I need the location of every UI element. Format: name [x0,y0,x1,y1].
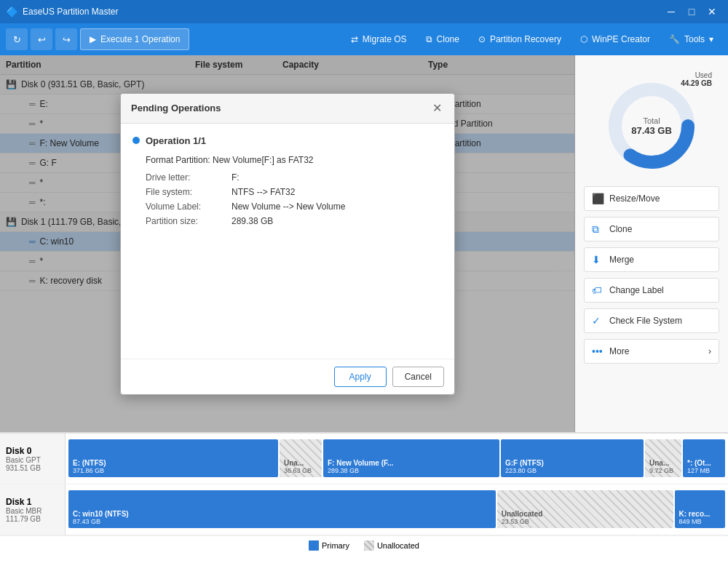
apply-button[interactable]: Apply [334,367,387,387]
change-label-button[interactable]: 🏷 Change Label [584,278,719,303]
donut-center-label: Total 87.43 GB [631,116,672,136]
disk-partition-block[interactable]: Una... 9.72 GB [645,439,681,477]
part-name: E: (NTFS) [73,459,106,467]
part-size: 371.86 GB [73,467,104,474]
modal-title: Pending Operations [131,103,221,113]
clone-action-icon: ⧉ [592,223,604,235]
clone-action-label: Clone [609,224,632,234]
more-left: ••• More [592,346,629,357]
part-name: Una... [284,459,304,467]
legend-unallocated-color [364,540,374,551]
resize-move-button[interactable]: ⬛ Resize/Move [584,186,719,211]
more-button[interactable]: ••• More › [584,339,719,364]
disk0-label: Disk 0 Basic GPT 931.51 GB [0,434,66,484]
operation-dot [132,137,140,144]
pending-operations-modal: Pending Operations ✕ Operation 1/1 Forma… [120,93,455,395]
undo-button[interactable]: ↩ [31,28,52,50]
disk1-name-label: Disk 1 [6,497,59,507]
title-bar-controls: ─ □ ✕ [661,0,722,23]
disk-partition-block[interactable]: *: (Ot... 127 MB [683,439,725,477]
modal-footer: Apply Cancel [121,359,454,394]
redo-button[interactable]: ↪ [55,28,77,50]
migrate-os-button[interactable]: ⇄ Migrate OS [342,28,416,50]
detail-label-volume: Volume Label: [146,201,226,212]
maximize-button[interactable]: □ [681,0,702,23]
part-name: F: New Volume (F... [328,459,393,467]
app-title: EaseUS Partition Master [23,7,118,17]
resize-move-label: Resize/Move [609,193,660,204]
clone-button[interactable]: ⧉ Clone [417,28,468,50]
disk-partition-block[interactable]: K: reco... 849 MB [675,490,725,528]
modal-body: Operation 1/1 Format Partition: New Volu… [121,124,454,242]
operation-desc: Format Partition: New Volume[F:] as FAT3… [146,155,443,165]
app-icon: 🔷 [6,6,18,17]
partition-recovery-button[interactable]: ⊙ Partition Recovery [470,28,570,50]
disk0-row: Disk 0 Basic GPT 931.51 GB E: (NTFS) 371… [0,434,728,484]
disk-partition-block[interactable]: Una... 36.63 GB [280,439,322,477]
total-label: Total [631,116,672,125]
more-label: More [609,346,629,356]
partition-recovery-icon: ⊙ [478,34,486,44]
part-size: 289.38 GB [328,467,359,474]
disk1-row: Disk 1 Basic MBR 111.79 GB C: win10 (NTF… [0,484,728,535]
detail-row-fs: File system: NTFS --> FAT32 [146,187,443,197]
merge-button[interactable]: ⬇ Merge [584,247,719,272]
detail-value-volume: New Volume --> New Volume [232,201,345,212]
check-fs-label: Check File System [609,316,682,326]
legend-primary-color [309,540,319,551]
change-label-label: Change Label [609,285,664,295]
toolbar-right: ⇄ Migrate OS ⧉ Clone ⊙ Partition Recover… [342,28,722,50]
disk0-name-label: Disk 0 [6,446,59,456]
check-file-system-button[interactable]: ✓ Check File System [584,308,719,333]
disk-partition-block[interactable]: Unallocated 23.53 GB [497,490,673,528]
change-label-icon: 🏷 [592,284,604,296]
part-name: *: (Ot... [687,459,711,467]
winpe-creator-button[interactable]: ⬡ WinPE Creator [571,28,659,50]
part-name: Unallocated [502,510,543,518]
total-size: 87.43 GB [631,125,672,136]
part-size: 9.72 GB [649,467,673,474]
detail-label-drive: Drive letter: [146,172,226,183]
legend-primary-label: Primary [322,541,349,550]
modal-close-button[interactable]: ✕ [430,101,444,116]
legend-unallocated: Unallocated [364,540,419,551]
disk1-partitions: C: win10 (NTFS) 87.43 GB Unallocated 23.… [66,484,728,535]
disk0-size: 931.51 GB [6,464,59,472]
modal-header: Pending Operations ✕ [121,94,454,124]
modal-spacer [121,242,454,359]
detail-value-fs: NTFS --> FAT32 [232,187,295,197]
disk0-type: Basic GPT [6,456,59,464]
cancel-button[interactable]: Cancel [392,367,444,387]
part-size: 23.53 GB [502,518,529,525]
disk-partition-block[interactable]: C: win10 (NTFS) 87.43 GB [68,490,496,528]
tools-icon: 🔧 [669,34,680,44]
detail-row-drive: Drive letter: F: [146,172,443,183]
more-arrow-icon: › [708,346,711,356]
close-button[interactable]: ✕ [702,0,722,23]
merge-label: Merge [609,255,634,265]
disk1-label: Disk 1 Basic MBR 111.79 GB [0,484,66,535]
clone-icon: ⧉ [426,34,432,44]
detail-row-volume: Volume Label: New Volume --> New Volume [146,201,443,212]
operation-header: Operation 1/1 [132,135,443,146]
part-size: 87.43 GB [73,518,100,525]
execute-label: Execute 1 Operation [100,34,180,44]
tools-button[interactable]: 🔧 Tools ▾ [660,28,722,50]
part-size: 223.80 GB [505,467,537,474]
clone-action-button[interactable]: ⧉ Clone [584,217,719,241]
disk-partition-block[interactable]: E: (NTFS) 371.86 GB [68,439,278,477]
refresh-button[interactable]: ↻ [6,28,28,50]
part-name: C: win10 (NTFS) [73,510,129,518]
disk-partition-block[interactable]: F: New Volume (F... 289.38 GB [323,439,499,477]
operation-details: Format Partition: New Volume[F:] as FAT3… [132,155,443,226]
disk-partition-block[interactable]: G:F (NTFS) 223.80 GB [501,439,644,477]
title-bar-left: 🔷 EaseUS Partition Master [6,6,118,17]
legend-unallocated-label: Unallocated [377,541,419,550]
detail-row-size: Partition size: 289.38 GB [146,216,443,226]
part-name: Una... [649,459,669,467]
legend-primary: Primary [309,540,349,551]
tools-chevron-icon: ▾ [709,34,713,44]
execute-button[interactable]: ▶ Execute 1 Operation [80,28,189,50]
minimize-button[interactable]: ─ [661,0,681,23]
legend: Primary Unallocated [0,535,728,555]
